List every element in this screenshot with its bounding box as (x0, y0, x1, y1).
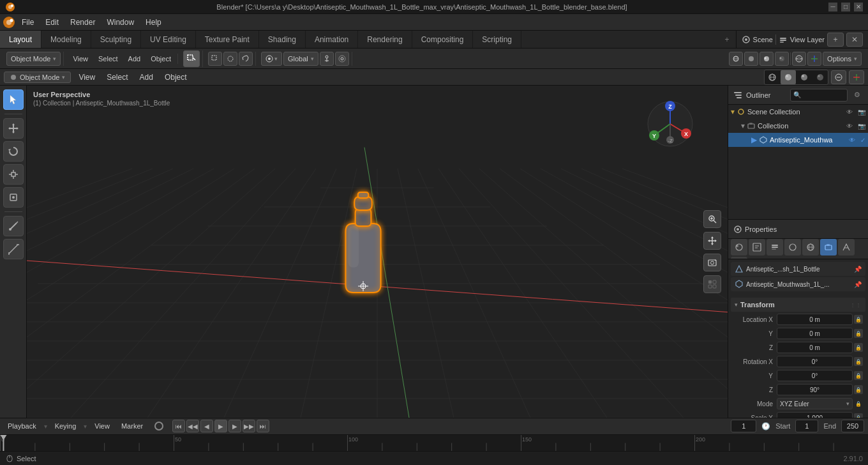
tab-texture-paint[interactable]: Texture Paint (196, 31, 259, 48)
tab-layout[interactable]: Layout (0, 31, 41, 48)
tab-scripting[interactable]: Scripting (473, 31, 521, 48)
location-y-lock[interactable]: 🔒 (854, 329, 863, 338)
pin2-icon[interactable]: 📌 (854, 281, 862, 288)
zoom-in-btn[interactable] (703, 210, 721, 228)
viewlayer-add-button[interactable]: + (827, 33, 844, 47)
scale-x-field[interactable]: 1.000 (777, 412, 853, 418)
outliner-tree[interactable]: ▾ Scene Collection 👁 📷 ▾ Collection 👁 📷 … (728, 105, 868, 220)
pan-btn[interactable] (703, 232, 721, 250)
menu-help[interactable]: Help (140, 17, 167, 28)
snap-toggle[interactable] (320, 52, 334, 66)
proportional-edit-toggle[interactable] (335, 52, 349, 66)
scale-tool[interactable] (3, 164, 24, 185)
start-frame-field[interactable]: 1 (795, 420, 818, 432)
prev-keyframe-btn[interactable]: ◀◀ (186, 420, 199, 432)
tab-rendering[interactable]: Rendering (358, 31, 412, 48)
outliner-filter-btn[interactable]: ⚙ (851, 89, 863, 101)
object-eye-icon[interactable]: 👁 (849, 137, 855, 144)
object-menu-btn[interactable]: Object (161, 73, 191, 82)
location-x-field[interactable]: 0 m (777, 314, 853, 325)
maximize-button[interactable]: □ (841, 3, 850, 11)
mode-dropdown[interactable]: Object Mode ▾ (6, 52, 61, 66)
select-lasso-btn[interactable] (239, 52, 253, 66)
view-menu[interactable]: View (69, 54, 92, 64)
collection-row[interactable]: ▾ Collection 👁 📷 (728, 119, 868, 133)
minimize-button[interactable]: ─ (828, 3, 837, 11)
measure-tool[interactable] (3, 239, 24, 259)
object-data-row[interactable]: Antiseptic_...sh_1L_Bottle 📌 (731, 262, 865, 276)
shading-mode-2[interactable] (781, 70, 796, 84)
object-camera-icon[interactable]: ✓ (860, 137, 865, 144)
menu-render[interactable]: Render (65, 17, 100, 28)
jump-to-start-btn[interactable]: ⏮ (172, 420, 185, 432)
options-dropdown[interactable]: Options ▾ (823, 52, 862, 66)
location-x-lock[interactable]: 🔒 (854, 315, 863, 324)
transform-tool[interactable] (3, 187, 24, 208)
rotate-tool[interactable] (3, 141, 24, 162)
select-menu[interactable]: Select (94, 54, 122, 64)
tab-uv-editing[interactable]: UV Editing (141, 31, 196, 48)
navigation-gizmo[interactable]: Z X Y -Z (645, 98, 696, 149)
eye-icon[interactable]: 👁 (846, 109, 853, 116)
viewport-overlays-btn[interactable] (831, 70, 846, 84)
shading-mode-3[interactable] (797, 70, 812, 84)
view-menu-btn[interactable]: View (75, 73, 99, 82)
outliner-search-input[interactable] (790, 89, 848, 102)
shading-mode-1[interactable] (765, 70, 780, 84)
end-frame-field[interactable]: 250 (841, 420, 864, 432)
rotation-y-lock[interactable]: 🔒 (854, 371, 863, 380)
add-menu[interactable]: Add (124, 54, 145, 64)
cursor-tool[interactable] (3, 89, 24, 110)
next-keyframe-btn[interactable]: ▶▶ (243, 420, 255, 432)
render-icon[interactable]: 📷 (858, 109, 865, 116)
scale-x-lock[interactable]: 🔒 (854, 413, 863, 418)
transform-panel-header[interactable]: ▾ Transform ⋮⋮ (731, 298, 865, 312)
object-material-row[interactable]: Antiseptic_Mouthwash_1L_... 📌 (731, 277, 865, 291)
timeline-playback-menu[interactable]: Playback (4, 421, 40, 431)
shading-solid[interactable] (744, 52, 758, 66)
rotation-z-field[interactable]: 90° (777, 384, 853, 395)
world-props-icon[interactable] (802, 239, 819, 255)
timeline-marker-menu[interactable]: Marker (117, 421, 147, 431)
select-box-btn[interactable] (208, 52, 222, 66)
object-menu[interactable]: Object (147, 54, 175, 64)
modifier-props-icon[interactable] (838, 239, 855, 255)
scene-collection-row[interactable]: ▾ Scene Collection 👁 📷 (728, 105, 868, 119)
menu-window[interactable]: Window (101, 17, 139, 28)
overlays-toggle[interactable] (792, 52, 806, 66)
shading-render[interactable] (775, 52, 789, 66)
shading-lpe[interactable] (760, 52, 774, 66)
rotation-z-lock[interactable]: 🔒 (854, 385, 863, 394)
shading-mode-4[interactable] (812, 70, 828, 84)
next-frame-btn[interactable]: ▶ (228, 420, 241, 432)
select-box-tool[interactable] (183, 50, 200, 67)
rotation-y-field[interactable]: 0° (777, 370, 853, 381)
select-menu-btn[interactable]: Select (103, 73, 131, 82)
tab-animation[interactable]: Animation (306, 31, 358, 48)
menu-file[interactable]: File (17, 17, 39, 28)
shading-wireframe[interactable] (729, 52, 743, 66)
tab-sculpting[interactable]: Sculpting (91, 31, 141, 48)
menu-edit[interactable]: Edit (40, 17, 64, 28)
collection-eye-icon[interactable]: 👁 (846, 123, 853, 130)
annotate-tool[interactable] (3, 216, 24, 236)
rotation-mode-lock[interactable]: 🔒 (854, 399, 863, 408)
gizmos-toggle[interactable] (807, 52, 821, 66)
move-tool[interactable] (3, 118, 24, 139)
viewlayer-remove-button[interactable]: ✕ (846, 33, 863, 47)
tab-compositing[interactable]: Compositing (412, 31, 474, 48)
tab-shading[interactable]: Shading (259, 31, 306, 48)
location-z-lock[interactable]: 🔒 (854, 343, 863, 352)
object-props-icon[interactable] (820, 239, 837, 255)
pivot-point-dropdown[interactable]: ▾ (261, 52, 282, 66)
current-frame-field[interactable]: 1 (731, 420, 756, 432)
location-y-field[interactable]: 0 m (777, 328, 853, 339)
timeline-view-menu[interactable]: View (91, 421, 114, 431)
jump-to-end-btn[interactable]: ⏭ (257, 420, 269, 432)
prev-frame-btn[interactable]: ◀ (200, 420, 213, 432)
pin-icon[interactable]: 📌 (854, 266, 862, 273)
collection-camera-icon[interactable]: 📷 (858, 123, 865, 130)
tab-modeling[interactable]: Modeling (41, 31, 91, 48)
viewport[interactable]: User Perspective (1) Collection | Antise… (27, 86, 728, 418)
select-circle-btn[interactable] (223, 52, 237, 66)
